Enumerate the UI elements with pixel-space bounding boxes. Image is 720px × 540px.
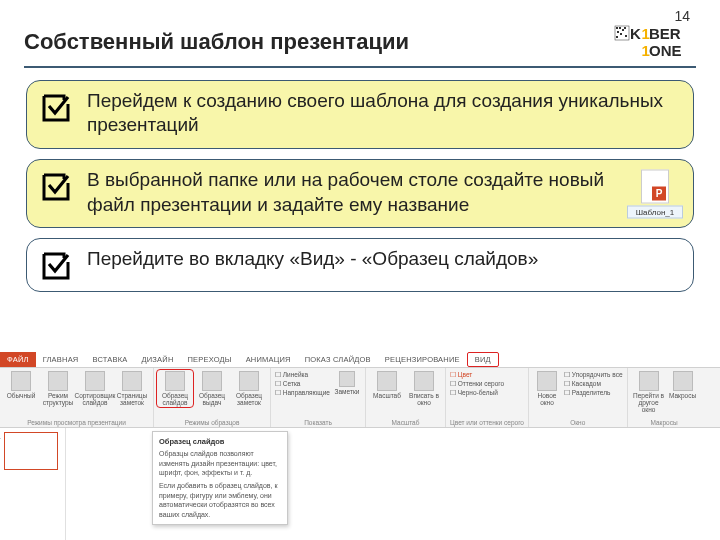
svg-rect-6 xyxy=(620,33,622,35)
btn-normal[interactable]: Обычный xyxy=(4,371,38,406)
btn-notes[interactable]: Заметки xyxy=(333,371,361,395)
svg-rect-2 xyxy=(619,27,621,29)
thumb-number: 1 xyxy=(0,433,1,440)
step-box-1: Перейдем к созданию своего шаблона для с… xyxy=(26,80,694,149)
group-window: Новое окно Упорядочить все Каскадом Разд… xyxy=(529,368,628,427)
tab-slideshow[interactable]: ПОКАЗ СЛАЙДОВ xyxy=(298,352,378,367)
tab-home[interactable]: ГЛАВНАЯ xyxy=(36,352,86,367)
step-box-2: В выбранной папке или на рабочем столе с… xyxy=(26,159,694,228)
page-title: Собственный шаблон презентации xyxy=(24,29,614,55)
group-show: Линейка Сетка Направляющие Заметки Показ… xyxy=(271,368,366,427)
btn-new-window[interactable]: Новое окно xyxy=(533,371,561,406)
btn-sorter[interactable]: Сортировщик слайдов xyxy=(78,371,112,406)
tooltip-text: Образцы слайдов позволяют изменять дизай… xyxy=(159,449,281,477)
svg-text:BER: BER xyxy=(649,25,681,42)
show-checklist[interactable]: Линейка Сетка Направляющие xyxy=(275,371,330,397)
file-name-label: Шаблон_1 xyxy=(627,205,683,218)
btn-fit[interactable]: Вписать в окно xyxy=(407,371,441,406)
check-icon xyxy=(41,172,71,202)
group-caption: Режимы просмотра презентации xyxy=(4,419,149,426)
btn-switch-window[interactable]: Перейти в другое окно xyxy=(632,371,666,413)
svg-rect-5 xyxy=(624,27,626,29)
group-caption: Окно xyxy=(533,419,623,426)
group-color: Цвет Оттенки серого Черно-белый Цвет или… xyxy=(446,368,529,427)
group-masters: Образец слайдов Образец выдач Образец за… xyxy=(154,368,271,427)
btn-outline[interactable]: Режим структуры xyxy=(41,371,75,406)
content-boxes: Перейдем к созданию своего шаблона для с… xyxy=(0,80,720,293)
group-presentation-views: Обычный Режим структуры Сортировщик слай… xyxy=(0,368,154,427)
btn-slide-master[interactable]: Образец слайдов xyxy=(158,371,192,406)
svg-rect-1 xyxy=(616,27,618,29)
step-box-3: Перейдите во вкладку «Вид» - «Образец сл… xyxy=(26,238,694,292)
header: Собственный шаблон презентации K 1 BER 1… xyxy=(0,0,720,64)
tab-design[interactable]: ДИЗАЙН xyxy=(135,352,181,367)
svg-rect-8 xyxy=(616,36,618,38)
check-icon xyxy=(41,251,71,281)
file-thumbnail: Шаблон_1 xyxy=(627,169,683,218)
slide-edit-area: 1 xyxy=(0,428,720,540)
group-zoom: Масштаб Вписать в окно Масштаб xyxy=(366,368,446,427)
tab-review[interactable]: РЕЦЕНЗИРОВАНИЕ xyxy=(378,352,467,367)
tooltip-title: Образец слайдов xyxy=(159,437,281,447)
step-text: Перейдем к созданию своего шаблона для с… xyxy=(87,89,679,138)
tab-insert[interactable]: ВСТАВКА xyxy=(85,352,134,367)
group-other: Перейти в другое окно Макросы Макросы xyxy=(628,368,701,427)
svg-text:ONE: ONE xyxy=(649,42,682,59)
ribbon-tabs: ФАЙЛ ГЛАВНАЯ ВСТАВКА ДИЗАЙН ПЕРЕХОДЫ АНИ… xyxy=(0,352,720,368)
ribbon-groups: Обычный Режим структуры Сортировщик слай… xyxy=(0,368,720,428)
group-caption: Цвет или оттенки серого xyxy=(450,419,524,426)
btn-macros[interactable]: Макросы xyxy=(669,371,697,413)
btn-notes-page[interactable]: Страницы заметок xyxy=(115,371,149,406)
btn-notes-master[interactable]: Образец заметок xyxy=(232,371,266,406)
tooltip-text: Если добавить в образец слайдов, к приме… xyxy=(159,481,281,519)
group-caption: Масштаб xyxy=(370,419,441,426)
tab-animation[interactable]: АНИМАЦИЯ xyxy=(239,352,298,367)
svg-rect-3 xyxy=(622,29,624,31)
powerpoint-ribbon-screenshot: ФАЙЛ ГЛАВНАЯ ВСТАВКА ДИЗАЙН ПЕРЕХОДЫ АНИ… xyxy=(0,352,720,540)
group-caption: Режимы образцов xyxy=(158,419,266,426)
page-number: 14 xyxy=(674,8,690,24)
btn-handout-master[interactable]: Образец выдач xyxy=(195,371,229,406)
slide-thumbnails-pane: 1 xyxy=(0,428,66,540)
check-icon xyxy=(41,93,71,123)
svg-text:K: K xyxy=(630,25,641,42)
tab-transitions[interactable]: ПЕРЕХОДЫ xyxy=(181,352,239,367)
title-underline xyxy=(24,66,696,68)
step-text: Перейдите во вкладку «Вид» - «Образец сл… xyxy=(87,247,679,272)
tab-view[interactable]: ВИД xyxy=(467,352,499,367)
slide-master-tooltip: Образец слайдов Образцы слайдов позволяю… xyxy=(152,431,288,525)
slide-thumbnail[interactable]: 1 xyxy=(4,432,58,470)
window-sub[interactable]: Упорядочить все Каскадом Разделитель xyxy=(564,371,623,397)
group-caption: Показать xyxy=(275,419,361,426)
step-text: В выбранной папке или на рабочем столе с… xyxy=(87,168,679,217)
logo: K 1 BER 1 ONE xyxy=(614,24,696,60)
color-options[interactable]: Цвет Оттенки серого Черно-белый xyxy=(450,371,504,397)
svg-rect-4 xyxy=(617,31,619,33)
svg-rect-7 xyxy=(625,35,627,37)
group-caption: Макросы xyxy=(632,419,697,426)
tab-file[interactable]: ФАЙЛ xyxy=(0,352,36,367)
powerpoint-file-icon xyxy=(641,169,669,203)
btn-zoom[interactable]: Масштаб xyxy=(370,371,404,406)
